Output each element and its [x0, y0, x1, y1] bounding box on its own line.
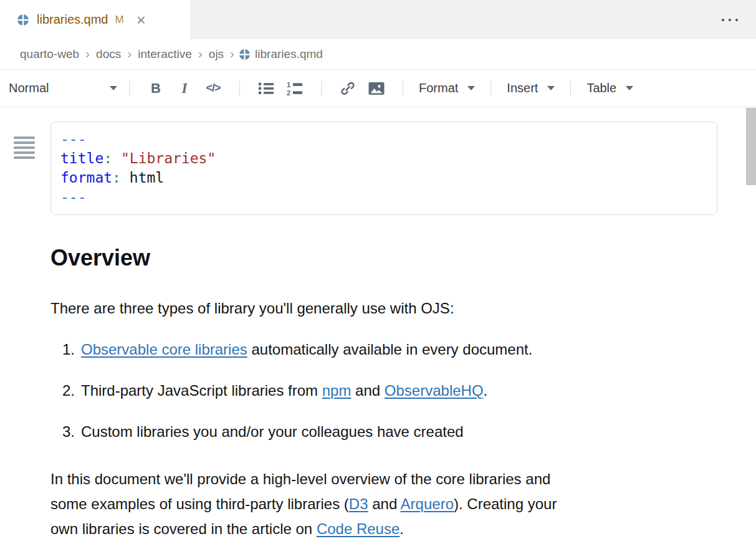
- toolbar-divider: [403, 81, 403, 96]
- breadcrumb-item-ojs[interactable]: ojs: [208, 47, 225, 61]
- code-button[interactable]: </>: [204, 79, 222, 98]
- space: [112, 150, 121, 166]
- numbered-list-button[interactable]: 1 2: [286, 79, 304, 98]
- link-icon: [340, 81, 355, 96]
- breadcrumb: quarto-web › docs › interactive › ojs › …: [0, 39, 756, 69]
- list-number: 2.: [50, 380, 81, 401]
- dot: [735, 19, 738, 21]
- italic-button[interactable]: I: [176, 79, 193, 98]
- list-item-rest: and: [351, 382, 384, 399]
- tab-libraries-qmd[interactable]: libraries.qmd M ×: [0, 0, 190, 39]
- numbered-list-icon: 1 2: [286, 81, 304, 96]
- close-icon[interactable]: ×: [136, 14, 146, 26]
- chevron-right-icon: ›: [193, 46, 208, 62]
- yaml-delimiter: ---: [60, 131, 87, 147]
- d3-link[interactable]: D3: [349, 495, 368, 512]
- list-item: 2. Third-party JavaScript libraries from…: [50, 380, 756, 401]
- dot: [722, 19, 724, 21]
- breadcrumb-item-quarto-web[interactable]: quarto-web: [19, 47, 80, 61]
- toolbar-divider: [239, 81, 240, 96]
- paragraph-text: .: [400, 520, 404, 537]
- table-menu[interactable]: Table: [586, 81, 633, 95]
- paragraph-style-select[interactable]: Normal: [9, 81, 117, 95]
- svg-text:1: 1: [287, 81, 290, 88]
- yaml-value: html: [130, 170, 164, 186]
- editor-content: --- title: "Libraries" format: html --- …: [0, 122, 756, 542]
- ordered-list: 1. Observable core libraries automatical…: [50, 339, 756, 442]
- breadcrumb-item-interactive[interactable]: interactive: [136, 47, 193, 61]
- yaml-key: format: [60, 170, 112, 186]
- chevron-down-icon: [547, 86, 555, 90]
- observable-core-libraries-link[interactable]: Observable core libraries: [81, 341, 247, 358]
- quarto-icon: [17, 14, 29, 26]
- vertical-scrollbar-thumb[interactable]: [746, 108, 756, 185]
- list-item-rest: .: [484, 382, 488, 399]
- paragraph-text: and: [368, 495, 401, 512]
- breadcrumb-item-docs[interactable]: docs: [95, 47, 122, 61]
- list-item-rest: Third-party JavaScript libraries from: [81, 382, 322, 399]
- insert-menu[interactable]: Insert: [507, 81, 555, 95]
- space: [121, 170, 130, 186]
- chevron-right-icon: ›: [225, 46, 239, 62]
- svg-text:2: 2: [287, 89, 290, 96]
- block-drag-handle-icon[interactable]: [14, 136, 35, 159]
- npm-link[interactable]: npm: [322, 382, 352, 399]
- more-actions-icon[interactable]: [722, 19, 738, 21]
- paragraph-line: In this document we'll provide a high-le…: [50, 467, 756, 492]
- format-menu-label: Format: [419, 81, 458, 95]
- observablehq-link[interactable]: ObservableHQ: [385, 382, 484, 399]
- toolbar-divider: [490, 81, 491, 96]
- toolbar-divider: [570, 81, 571, 96]
- table-menu-label: Table: [586, 81, 616, 95]
- toolbar-divider: [129, 81, 130, 96]
- page-title: Overview: [50, 245, 756, 271]
- breadcrumb-file-label: libraries.qmd: [255, 47, 323, 61]
- list-item-rest: automatically available in every documen…: [247, 341, 533, 358]
- paragraph-line: some examples of using third-party libra…: [50, 492, 756, 517]
- list-number: 1.: [50, 339, 81, 360]
- image-icon: [368, 82, 385, 95]
- bullet-list-icon: [258, 82, 274, 95]
- tab-bar: libraries.qmd M ×: [0, 0, 756, 39]
- format-menu[interactable]: Format: [419, 81, 475, 95]
- yaml-line: format: html: [60, 168, 707, 188]
- list-number: 3.: [50, 421, 81, 442]
- yaml-colon: :: [112, 170, 121, 186]
- arquero-link[interactable]: Arquero: [401, 495, 454, 512]
- bullet-list-button[interactable]: [257, 79, 275, 98]
- list-item-text: Observable core libraries automatically …: [81, 339, 532, 360]
- chevron-down-icon: [626, 86, 633, 90]
- list-item-text: Third-party JavaScript libraries from np…: [81, 380, 487, 401]
- yaml-delimiter: ---: [60, 189, 87, 205]
- closing-paragraph: In this document we'll provide a high-le…: [50, 467, 756, 542]
- chevron-right-icon: ›: [122, 46, 136, 62]
- yaml-front-matter-block[interactable]: --- title: "Libraries" format: html ---: [50, 122, 717, 215]
- tab-title: libraries.qmd: [37, 12, 108, 27]
- code-reuse-link[interactable]: Code Reuse: [317, 520, 400, 537]
- paragraph-text: own libraries is covered in the article …: [50, 520, 317, 537]
- yaml-value: "Libraries": [121, 150, 216, 166]
- modified-badge: M: [115, 14, 123, 26]
- yaml-line: ---: [60, 130, 707, 149]
- yaml-line: title: "Libraries": [60, 149, 707, 168]
- dot: [729, 19, 731, 21]
- quarto-icon: [239, 49, 250, 60]
- list-item: 3. Custom libraries you and/or your coll…: [50, 421, 756, 442]
- insert-menu-label: Insert: [507, 81, 538, 95]
- yaml-key: title: [60, 150, 103, 166]
- list-item: 1. Observable core libraries automatical…: [50, 339, 756, 360]
- chevron-right-icon: ›: [80, 46, 95, 62]
- paragraph-text: ). Creating your: [454, 495, 557, 512]
- breadcrumb-item-file[interactable]: libraries.qmd: [239, 47, 323, 61]
- paragraph-style-value: Normal: [9, 81, 49, 95]
- paragraph-line: own libraries is covered in the article …: [50, 517, 756, 542]
- list-item-text: Custom libraries you and/or your colleag…: [81, 421, 464, 442]
- image-button[interactable]: [368, 79, 385, 98]
- yaml-line: ---: [60, 188, 707, 207]
- bold-button[interactable]: B: [147, 79, 165, 98]
- yaml-colon: :: [103, 150, 112, 166]
- chevron-down-icon: [467, 86, 475, 90]
- link-button[interactable]: [339, 79, 356, 98]
- chevron-down-icon: [110, 86, 117, 90]
- toolbar-divider: [321, 81, 322, 96]
